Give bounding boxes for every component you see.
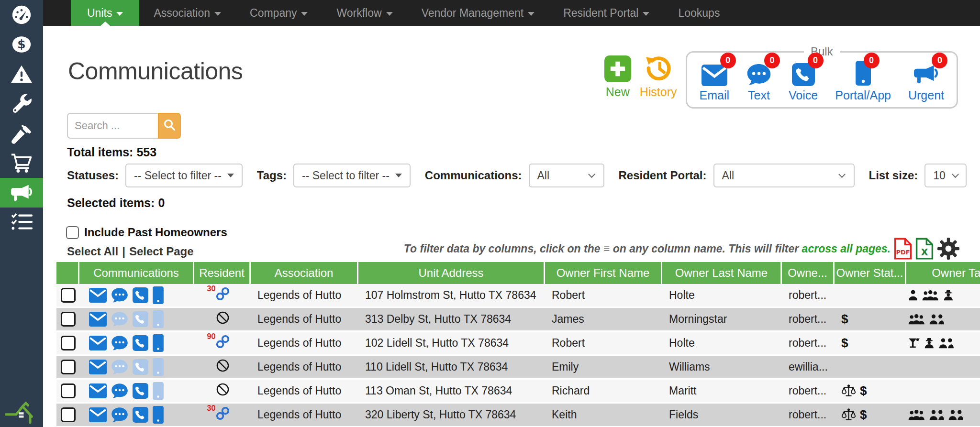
nav-item-workflow[interactable]: Workflow — [322, 0, 407, 26]
row-checkbox[interactable] — [61, 407, 76, 422]
include-past-label[interactable]: Include Past Homeowners — [84, 226, 227, 239]
bulk-email-button[interactable]: 0Email — [700, 59, 730, 102]
cell-owner-tags — [906, 380, 980, 404]
select-page-link[interactable]: Select Page — [129, 245, 194, 258]
column-header-resident[interactable]: Resident — [194, 262, 251, 284]
search-input[interactable] — [67, 113, 158, 139]
column-header-association[interactable]: Association — [251, 262, 358, 284]
nav-item-resident-portal[interactable]: Resident Portal — [549, 0, 664, 26]
portal-icon[interactable] — [153, 406, 164, 424]
column-header-owner-status[interactable]: Owner Stat... — [835, 262, 906, 284]
email-icon[interactable] — [89, 360, 107, 374]
link-icon[interactable]: 90 — [215, 334, 230, 349]
filter-tags-dropdown[interactable]: -- Select to filter -- — [293, 164, 411, 187]
portal-icon[interactable] — [153, 286, 164, 304]
row-checkbox[interactable] — [61, 336, 76, 350]
resident-count: 30 — [207, 285, 216, 293]
cocktail-icon — [908, 338, 920, 349]
portal-icon[interactable] — [153, 310, 164, 328]
column-header-communications[interactable]: Communications — [79, 262, 194, 284]
text-icon[interactable] — [111, 359, 128, 375]
portal-icon[interactable] — [153, 382, 164, 400]
cell-resident — [194, 380, 251, 404]
voice-icon[interactable] — [133, 407, 148, 423]
column-header-owner-email[interactable]: Owne... — [782, 262, 835, 284]
email-icon[interactable] — [89, 288, 107, 303]
email-icon[interactable] — [89, 336, 107, 350]
settings-icon[interactable] — [937, 237, 960, 260]
comment-icon: 0 — [746, 59, 771, 86]
search-button[interactable] — [158, 113, 181, 139]
sidebar-item-purchasing[interactable] — [0, 148, 43, 178]
nav-item-units[interactable]: Units — [71, 0, 139, 26]
row-checkbox[interactable] — [61, 312, 76, 327]
filter-communications-select[interactable]: All — [529, 164, 604, 187]
nav-item-label: Units — [87, 7, 112, 20]
column-header-unit-address[interactable]: Unit Address — [358, 262, 545, 284]
bulk-text-button[interactable]: 0Text — [746, 59, 771, 102]
row-checkbox[interactable] — [61, 288, 76, 303]
sidebar-item-financials[interactable]: $ — [0, 30, 43, 59]
nav-item-company[interactable]: Company — [235, 0, 322, 26]
sidebar-item-maintenance[interactable] — [0, 89, 43, 119]
sidebar-item-projects[interactable] — [0, 119, 43, 148]
column-header-owner-last-name[interactable]: Owner Last Name — [662, 262, 782, 284]
column-header-select[interactable] — [56, 262, 79, 284]
voice-icon[interactable] — [133, 335, 148, 351]
row-checkbox[interactable] — [61, 383, 76, 398]
new-button[interactable]: New — [604, 55, 631, 99]
link-icon[interactable]: 30 — [215, 286, 230, 301]
caret-down-icon — [395, 174, 402, 177]
bullhorn-icon: 0 — [913, 59, 939, 86]
text-icon[interactable] — [111, 335, 128, 351]
chevron-down-icon — [946, 173, 959, 178]
portal-icon[interactable] — [153, 358, 164, 376]
cell-resident — [194, 356, 251, 380]
text-icon[interactable] — [111, 311, 128, 327]
filter-statuses-dropdown[interactable]: -- Select to filter -- — [125, 164, 243, 187]
nav-item-association[interactable]: Association — [139, 0, 235, 26]
table-row: Legends of Hutto110 Lidell St, Hutto TX … — [56, 356, 980, 380]
column-header-owner-first-name[interactable]: Owner First Name — [545, 262, 662, 284]
cell-owner-tags — [906, 284, 980, 308]
sidebar-item-communications[interactable] — [0, 178, 43, 208]
count-badge: 0 — [864, 53, 880, 68]
cell-select — [56, 356, 79, 380]
text-icon[interactable] — [111, 407, 128, 423]
pdf-icon[interactable]: PDF — [894, 238, 912, 260]
excel-icon[interactable]: X — [915, 238, 934, 260]
row-checkbox[interactable] — [61, 360, 76, 374]
include-past-checkbox[interactable] — [66, 226, 79, 239]
email-icon[interactable] — [89, 407, 107, 422]
nav-item-lookups[interactable]: Lookups — [664, 0, 734, 26]
email-icon[interactable] — [89, 312, 107, 327]
column-filter-hint: To filter data by columns, click on the … — [404, 242, 891, 255]
caret-down-icon — [301, 12, 308, 16]
voice-icon[interactable] — [133, 359, 148, 375]
email-icon[interactable] — [89, 383, 107, 398]
cell-association: Legends of Hutto — [251, 404, 358, 427]
bulk-voice-button[interactable]: 0Voice — [789, 59, 818, 102]
sidebar-item-alerts[interactable] — [0, 59, 43, 89]
caret-down-icon — [643, 12, 649, 16]
column-header-owner-tags[interactable]: Owner Tags — [906, 262, 980, 284]
select-all-link[interactable]: Select All — [67, 245, 118, 258]
filter-list-size-select[interactable]: 10 — [924, 164, 967, 187]
bulk-item-label: Voice — [789, 88, 818, 102]
text-icon[interactable] — [111, 287, 128, 303]
history-icon — [645, 55, 672, 82]
link-icon[interactable]: 30 — [215, 406, 230, 421]
cell-association: Legends of Hutto — [251, 332, 358, 356]
sidebar-item-dashboard[interactable] — [0, 0, 43, 30]
voice-icon[interactable] — [133, 311, 148, 327]
filter-resident-portal-select[interactable]: All — [713, 164, 855, 187]
voice-icon[interactable] — [133, 383, 148, 399]
bulk-urgent-button[interactable]: 0Urgent — [908, 59, 944, 102]
portal-icon[interactable] — [153, 334, 164, 352]
text-icon[interactable] — [111, 383, 128, 399]
nav-item-vendor-management[interactable]: Vendor Management — [407, 0, 549, 26]
history-button[interactable]: History — [640, 55, 677, 99]
voice-icon[interactable] — [133, 287, 148, 303]
bulk-portal-app-button[interactable]: 0Portal/App — [835, 59, 891, 102]
sidebar-item-tasks[interactable] — [0, 208, 43, 237]
